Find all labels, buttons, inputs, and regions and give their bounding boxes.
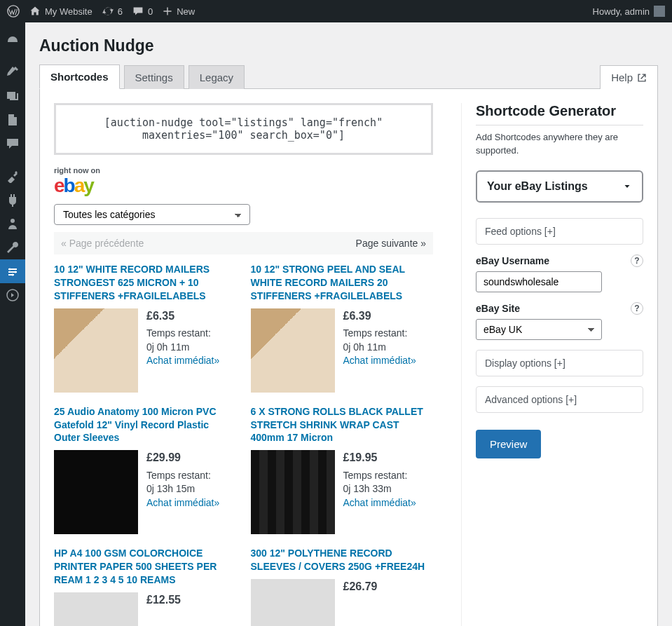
listing-card: 25 Audio Anatomy 100 Micron PVC Gatefold… xyxy=(54,405,237,535)
listing-price: £6.39 xyxy=(343,308,416,324)
listing-card: 6 X STRONG ROLLS BLACK PALLET STRETCH SH… xyxy=(251,405,434,535)
wp-logo[interactable] xyxy=(7,5,20,18)
listing-title[interactable]: 10 12" WHITE RECORD MAILERS STRONGEST 62… xyxy=(54,263,237,303)
listing-thumbnail[interactable] xyxy=(54,308,138,393)
tool-select[interactable]: Your eBay Listings xyxy=(476,170,643,203)
listing-time-value: 0j 13h 33m xyxy=(343,482,416,496)
menu-settings[interactable] xyxy=(0,259,25,283)
panel-left: [auction-nudge tool="listings" lang="fre… xyxy=(40,103,447,626)
username-input[interactable] xyxy=(476,271,602,292)
new-label: New xyxy=(177,6,195,17)
svg-point-1 xyxy=(11,219,15,223)
avatar xyxy=(654,6,665,17)
menu-media[interactable] xyxy=(0,84,25,108)
listing-thumbnail[interactable] xyxy=(54,450,138,534)
listing-title[interactable]: 6 X STRONG ROLLS BLACK PALLET STRETCH SH… xyxy=(251,405,434,445)
menu-pages[interactable] xyxy=(0,108,25,132)
listing-thumbnail[interactable] xyxy=(54,592,138,626)
tab-settings[interactable]: Settings xyxy=(124,65,184,89)
listing-price: £6.35 xyxy=(146,308,219,324)
username-label: eBay Username xyxy=(476,255,549,266)
updates-link[interactable]: 6 xyxy=(102,6,123,17)
listing-buy-link[interactable]: Achat immédiat» xyxy=(343,496,416,510)
admin-bar: My Website 6 0 New Howdy, admin xyxy=(0,0,672,22)
svg-point-3 xyxy=(15,271,17,273)
chevron-down-icon xyxy=(622,182,632,191)
site-select[interactable]: eBay UK xyxy=(476,319,602,340)
comments-count: 0 xyxy=(148,6,153,17)
new-content-link[interactable]: New xyxy=(163,6,195,17)
tab-bar: Shortcodes Settings Legacy Help xyxy=(39,64,658,89)
listing-thumbnail[interactable] xyxy=(251,450,335,534)
listing-time-label: Temps restant: xyxy=(146,469,219,483)
listing-time-label: Temps restant: xyxy=(146,327,219,341)
advanced-options-toggle[interactable]: Advanced options [+] xyxy=(476,386,643,413)
updates-count: 6 xyxy=(118,6,123,17)
admin-menu xyxy=(0,22,25,626)
listing-card: 300 12" POLYTHENE RECORD SLEEVES / COVER… xyxy=(251,547,434,626)
help-label: Help xyxy=(611,72,633,83)
howdy-text: Howdy, admin xyxy=(593,6,650,17)
menu-collapse[interactable] xyxy=(0,283,25,307)
listing-price: £19.95 xyxy=(343,450,416,465)
ebay-logo: ebay xyxy=(54,175,433,197)
comments-link[interactable]: 0 xyxy=(132,6,153,17)
listing-time-value: 0j 0h 11m xyxy=(343,341,416,355)
tab-shortcodes[interactable]: Shortcodes xyxy=(39,64,120,89)
listing-thumbnail[interactable] xyxy=(251,579,335,626)
shortcode-generator-panel: Shortcode Generator Add Shortcodes anywh… xyxy=(461,103,657,626)
listing-card: 10 12" STRONG PEEL AND SEAL WHITE RECORD… xyxy=(251,263,434,393)
listing-time-label: Temps restant: xyxy=(343,469,416,483)
site-name: My Website xyxy=(45,6,92,17)
my-account-link[interactable]: Howdy, admin xyxy=(593,6,665,17)
display-options-toggle[interactable]: Display options [+] xyxy=(476,350,643,376)
menu-plugins[interactable] xyxy=(0,188,25,212)
external-link-icon xyxy=(637,73,647,83)
category-select[interactable]: Toutes les catégories xyxy=(54,204,250,225)
listing-title[interactable]: 25 Audio Anatomy 100 Micron PVC Gatefold… xyxy=(54,405,237,445)
content-area: Auction Nudge Shortcodes Settings Legacy… xyxy=(25,22,672,626)
site-help-icon[interactable]: ? xyxy=(631,302,643,315)
username-help-icon[interactable]: ? xyxy=(631,254,643,267)
site-label: eBay Site xyxy=(476,303,520,314)
prev-page: « Page précédente xyxy=(61,238,144,249)
tool-select-label: Your eBay Listings xyxy=(487,180,588,193)
listing-buy-link[interactable]: Achat immédiat» xyxy=(146,354,219,368)
ebay-badge: right now on ebay xyxy=(54,166,433,197)
listing-title[interactable]: 300 12" POLYTHENE RECORD SLEEVES / COVER… xyxy=(251,547,434,573)
generator-desc: Add Shortcodes anywhere they are support… xyxy=(476,131,643,158)
generator-title: Shortcode Generator xyxy=(476,103,643,125)
pagination: « Page précédente Page suivante » xyxy=(54,232,433,254)
preview-button[interactable]: Preview xyxy=(476,430,541,458)
next-page[interactable]: Page suivante » xyxy=(356,238,426,249)
menu-tools[interactable] xyxy=(0,236,25,259)
svg-point-4 xyxy=(12,274,14,276)
tab-help[interactable]: Help xyxy=(600,65,658,89)
page-title: Auction Nudge xyxy=(39,22,658,64)
listing-time-value: 0j 0h 11m xyxy=(146,341,219,355)
feed-options-toggle[interactable]: Feed options [+] xyxy=(476,218,643,245)
shortcode-display[interactable]: [auction-nudge tool="listings" lang="fre… xyxy=(54,103,433,155)
menu-users[interactable] xyxy=(0,212,25,236)
listing-price: £26.79 xyxy=(343,579,378,594)
menu-dashboard[interactable] xyxy=(0,28,25,52)
listing-time-label: Temps restant: xyxy=(343,327,416,341)
listing-price: £12.55 xyxy=(146,592,181,608)
menu-appearance[interactable] xyxy=(0,164,25,188)
listing-buy-link[interactable]: Achat immédiat» xyxy=(146,496,219,510)
site-name-link[interactable]: My Website xyxy=(29,6,92,17)
menu-comments[interactable] xyxy=(0,132,25,156)
tab-legacy[interactable]: Legacy xyxy=(188,65,245,89)
menu-posts[interactable] xyxy=(0,60,25,84)
svg-point-2 xyxy=(9,268,11,271)
listing-time-value: 0j 13h 15m xyxy=(146,482,219,496)
listing-thumbnail[interactable] xyxy=(251,308,335,393)
listing-price: £29.99 xyxy=(146,450,219,465)
listing-title[interactable]: HP A4 100 GSM COLORCHOICE PRINTER PAPER … xyxy=(54,547,237,587)
listing-title[interactable]: 10 12" STRONG PEEL AND SEAL WHITE RECORD… xyxy=(251,263,434,303)
ebay-rightnow-label: right now on xyxy=(54,166,433,175)
listing-card: HP A4 100 GSM COLORCHOICE PRINTER PAPER … xyxy=(54,547,237,626)
listing-card: 10 12" WHITE RECORD MAILERS STRONGEST 62… xyxy=(54,263,237,393)
listing-buy-link[interactable]: Achat immédiat» xyxy=(343,354,416,368)
